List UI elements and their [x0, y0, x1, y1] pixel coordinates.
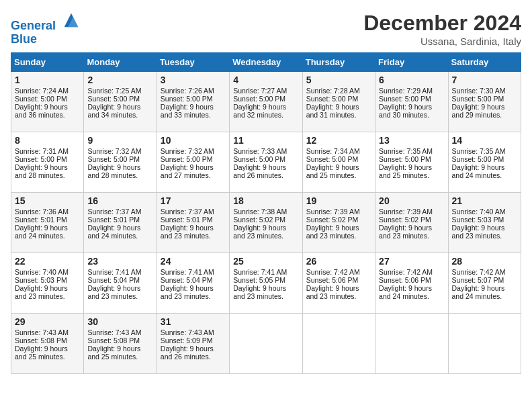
- table-row: 27Sunrise: 7:42 AMSunset: 5:06 PMDayligh…: [375, 253, 448, 314]
- day-info: Sunrise: 7:32 AMSunset: 5:00 PMDaylight:…: [87, 147, 152, 179]
- day-info: Sunrise: 7:39 AMSunset: 5:02 PMDaylight:…: [379, 208, 444, 240]
- calendar-row-1: 1Sunrise: 7:24 AMSunset: 5:00 PMDaylight…: [11, 72, 521, 132]
- day-number: 24: [161, 256, 226, 267]
- table-row: 1Sunrise: 7:24 AMSunset: 5:00 PMDaylight…: [11, 72, 84, 132]
- day-info: Sunrise: 7:41 AMSunset: 5:05 PMDaylight:…: [233, 268, 298, 300]
- day-info: Sunrise: 7:37 AMSunset: 5:01 PMDaylight:…: [87, 208, 152, 240]
- calendar-row-4: 22Sunrise: 7:40 AMSunset: 5:03 PMDayligh…: [11, 253, 521, 314]
- logo-text: General: [11, 11, 81, 33]
- table-row: 21Sunrise: 7:40 AMSunset: 5:03 PMDayligh…: [448, 193, 521, 253]
- col-friday: Friday: [375, 53, 448, 72]
- day-number: 27: [379, 256, 444, 267]
- day-number: 8: [15, 135, 80, 146]
- day-info: Sunrise: 7:41 AMSunset: 5:04 PMDaylight:…: [161, 268, 226, 300]
- day-number: 21: [452, 195, 517, 206]
- table-row: [448, 314, 521, 374]
- table-row: 7Sunrise: 7:30 AMSunset: 5:00 PMDaylight…: [448, 72, 521, 132]
- table-row: 30Sunrise: 7:43 AMSunset: 5:08 PMDayligh…: [84, 314, 157, 374]
- table-row: [375, 314, 448, 374]
- day-info: Sunrise: 7:42 AMSunset: 5:06 PMDaylight:…: [306, 268, 371, 300]
- day-info: Sunrise: 7:38 AMSunset: 5:02 PMDaylight:…: [233, 208, 298, 240]
- day-info: Sunrise: 7:27 AMSunset: 5:00 PMDaylight:…: [233, 87, 298, 119]
- table-row: [302, 314, 375, 374]
- day-number: 11: [233, 135, 298, 146]
- day-number: 14: [452, 135, 517, 146]
- day-info: Sunrise: 7:40 AMSunset: 5:03 PMDaylight:…: [452, 208, 517, 240]
- day-number: 6: [379, 75, 444, 85]
- day-info: Sunrise: 7:42 AMSunset: 5:06 PMDaylight:…: [379, 268, 444, 300]
- logo-icon: [62, 11, 81, 30]
- day-number: 15: [15, 195, 80, 206]
- day-info: Sunrise: 7:35 AMSunset: 5:00 PMDaylight:…: [379, 147, 444, 179]
- day-info: Sunrise: 7:43 AMSunset: 5:08 PMDaylight:…: [87, 328, 152, 361]
- table-row: 8Sunrise: 7:31 AMSunset: 5:00 PMDaylight…: [11, 132, 84, 193]
- day-info: Sunrise: 7:37 AMSunset: 5:01 PMDaylight:…: [161, 208, 226, 240]
- day-number: 18: [233, 195, 298, 206]
- day-number: 16: [87, 195, 152, 206]
- day-number: 17: [161, 195, 226, 206]
- location: Ussana, Sardinia, Italy: [363, 36, 521, 47]
- day-number: 13: [379, 135, 444, 146]
- day-number: 7: [452, 75, 517, 85]
- day-info: Sunrise: 7:31 AMSunset: 5:00 PMDaylight:…: [15, 147, 80, 179]
- day-info: Sunrise: 7:30 AMSunset: 5:00 PMDaylight:…: [452, 87, 517, 119]
- day-info: Sunrise: 7:40 AMSunset: 5:03 PMDaylight:…: [15, 268, 80, 300]
- calendar-row-3: 15Sunrise: 7:36 AMSunset: 5:01 PMDayligh…: [11, 193, 521, 253]
- table-row: 31Sunrise: 7:43 AMSunset: 5:09 PMDayligh…: [157, 314, 229, 374]
- day-info: Sunrise: 7:26 AMSunset: 5:00 PMDaylight:…: [161, 87, 226, 119]
- day-info: Sunrise: 7:43 AMSunset: 5:08 PMDaylight:…: [15, 328, 80, 361]
- table-row: 24Sunrise: 7:41 AMSunset: 5:04 PMDayligh…: [157, 253, 229, 314]
- table-row: 13Sunrise: 7:35 AMSunset: 5:00 PMDayligh…: [375, 132, 448, 193]
- table-row: 11Sunrise: 7:33 AMSunset: 5:00 PMDayligh…: [230, 132, 302, 193]
- table-row: 12Sunrise: 7:34 AMSunset: 5:00 PMDayligh…: [302, 132, 375, 193]
- day-number: 28: [452, 256, 517, 267]
- day-info: Sunrise: 7:35 AMSunset: 5:00 PMDaylight:…: [452, 147, 517, 179]
- table-row: 2Sunrise: 7:25 AMSunset: 5:00 PMDaylight…: [84, 72, 157, 132]
- col-thursday: Thursday: [302, 53, 375, 72]
- header-row: Sunday Monday Tuesday Wednesday Thursday…: [11, 53, 521, 72]
- calendar-row-2: 8Sunrise: 7:31 AMSunset: 5:00 PMDaylight…: [11, 132, 521, 193]
- day-number: 30: [87, 316, 152, 327]
- page-header: General Blue December 2024 Ussana, Sardi…: [11, 11, 521, 47]
- table-row: 17Sunrise: 7:37 AMSunset: 5:01 PMDayligh…: [157, 193, 229, 253]
- day-info: Sunrise: 7:32 AMSunset: 5:00 PMDaylight:…: [161, 147, 226, 179]
- logo: General Blue: [11, 11, 81, 46]
- table-row: 29Sunrise: 7:43 AMSunset: 5:08 PMDayligh…: [11, 314, 84, 374]
- table-row: 23Sunrise: 7:41 AMSunset: 5:04 PMDayligh…: [84, 253, 157, 314]
- day-info: Sunrise: 7:42 AMSunset: 5:07 PMDaylight:…: [452, 268, 517, 300]
- table-row: 25Sunrise: 7:41 AMSunset: 5:05 PMDayligh…: [230, 253, 302, 314]
- table-row: 26Sunrise: 7:42 AMSunset: 5:06 PMDayligh…: [302, 253, 375, 314]
- table-row: 6Sunrise: 7:29 AMSunset: 5:00 PMDaylight…: [375, 72, 448, 132]
- day-number: 3: [161, 75, 226, 85]
- day-info: Sunrise: 7:41 AMSunset: 5:04 PMDaylight:…: [87, 268, 152, 300]
- day-number: 23: [87, 256, 152, 267]
- table-row: 18Sunrise: 7:38 AMSunset: 5:02 PMDayligh…: [230, 193, 302, 253]
- day-number: 12: [306, 135, 371, 146]
- day-number: 25: [233, 256, 298, 267]
- day-number: 10: [161, 135, 226, 146]
- table-row: 3Sunrise: 7:26 AMSunset: 5:00 PMDaylight…: [157, 72, 229, 132]
- day-info: Sunrise: 7:29 AMSunset: 5:00 PMDaylight:…: [379, 87, 444, 119]
- table-row: 9Sunrise: 7:32 AMSunset: 5:00 PMDaylight…: [84, 132, 157, 193]
- day-info: Sunrise: 7:24 AMSunset: 5:00 PMDaylight:…: [15, 87, 80, 119]
- logo-general: General: [11, 19, 56, 32]
- day-number: 2: [87, 75, 152, 85]
- day-number: 22: [15, 256, 80, 267]
- table-row: 4Sunrise: 7:27 AMSunset: 5:00 PMDaylight…: [230, 72, 302, 132]
- day-number: 20: [379, 195, 444, 206]
- table-row: 19Sunrise: 7:39 AMSunset: 5:02 PMDayligh…: [302, 193, 375, 253]
- calendar-row-5: 29Sunrise: 7:43 AMSunset: 5:08 PMDayligh…: [11, 314, 521, 374]
- col-wednesday: Wednesday: [230, 53, 302, 72]
- table-row: 16Sunrise: 7:37 AMSunset: 5:01 PMDayligh…: [84, 193, 157, 253]
- title-block: December 2024 Ussana, Sardinia, Italy: [363, 11, 521, 47]
- table-row: 20Sunrise: 7:39 AMSunset: 5:02 PMDayligh…: [375, 193, 448, 253]
- col-sunday: Sunday: [11, 53, 84, 72]
- table-row: [230, 314, 302, 374]
- table-row: 5Sunrise: 7:28 AMSunset: 5:00 PMDaylight…: [302, 72, 375, 132]
- day-number: 1: [15, 75, 80, 85]
- day-number: 4: [233, 75, 298, 85]
- day-number: 26: [306, 256, 371, 267]
- col-saturday: Saturday: [448, 53, 521, 72]
- table-row: 22Sunrise: 7:40 AMSunset: 5:03 PMDayligh…: [11, 253, 84, 314]
- table-row: 15Sunrise: 7:36 AMSunset: 5:01 PMDayligh…: [11, 193, 84, 253]
